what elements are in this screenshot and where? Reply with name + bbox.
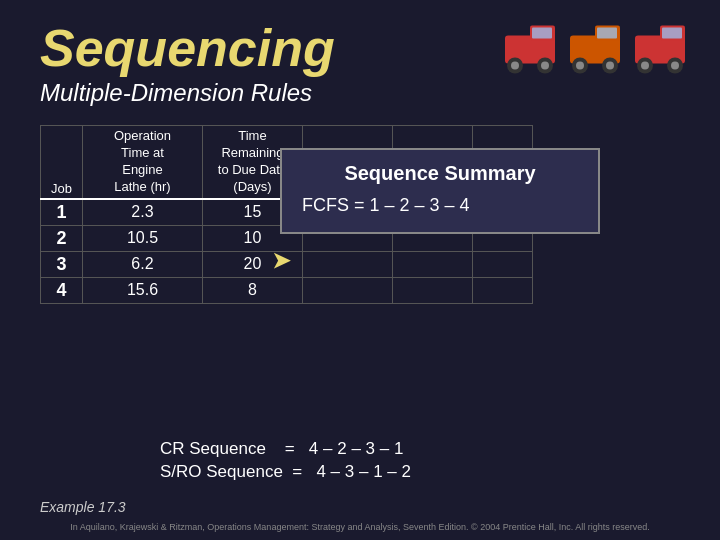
- summary-title: Sequence Summary: [302, 162, 578, 185]
- cell-job: 2: [41, 225, 83, 251]
- subtitle: Multiple-Dimension Rules: [40, 79, 680, 107]
- svg-rect-2: [532, 28, 552, 39]
- cell-op-time: 10.5: [82, 225, 202, 251]
- cell-time-remaining: 8: [202, 277, 302, 303]
- fcfs-row: FCFS = 1 – 2 – 3 – 4: [302, 195, 578, 216]
- col-header-job: Job: [41, 126, 83, 199]
- table-row: 4 15.6 8 2 0.64 0.44: [41, 277, 533, 303]
- truck-illustration: [500, 8, 700, 78]
- cell-job: 1: [41, 199, 83, 226]
- col-header-op-time: OperationTime atEngineLathe (hr): [82, 126, 202, 199]
- cell-job: 3: [41, 251, 83, 277]
- cell-op-time: 2.3: [82, 199, 202, 226]
- footer-text: In Aquilano, Krajewski & Ritzman, Operat…: [0, 522, 720, 532]
- cr-sequence-line: CR Sequence = 4 – 2 – 3 – 1: [160, 439, 411, 459]
- example-label: Example 17.3: [40, 499, 126, 515]
- cell-op-time: 6.2: [82, 251, 202, 277]
- sequence-summary-box: Sequence Summary FCFS = 1 – 2 – 3 – 4: [280, 148, 600, 234]
- svg-point-6: [541, 62, 549, 70]
- svg-point-18: [641, 62, 649, 70]
- svg-point-11: [576, 62, 584, 70]
- cell-job: 4: [41, 277, 83, 303]
- svg-rect-9: [597, 28, 617, 39]
- svg-point-4: [511, 62, 519, 70]
- bottom-sequences: CR Sequence = 4 – 2 – 3 – 1 S/RO Sequenc…: [160, 436, 411, 485]
- sro-sequence-line: S/RO Sequence = 4 – 3 – 1 – 2: [160, 462, 411, 482]
- svg-point-20: [671, 62, 679, 70]
- cell-op-time: 15.6: [82, 277, 202, 303]
- svg-point-13: [606, 62, 614, 70]
- fcfs-sequence: FCFS = 1 – 2 – 3 – 4: [302, 195, 470, 216]
- fcfs-arrow: ➤: [272, 248, 290, 274]
- svg-rect-16: [662, 28, 682, 39]
- slide: Sequencing Multiple-Dimension Rules Job …: [0, 0, 720, 540]
